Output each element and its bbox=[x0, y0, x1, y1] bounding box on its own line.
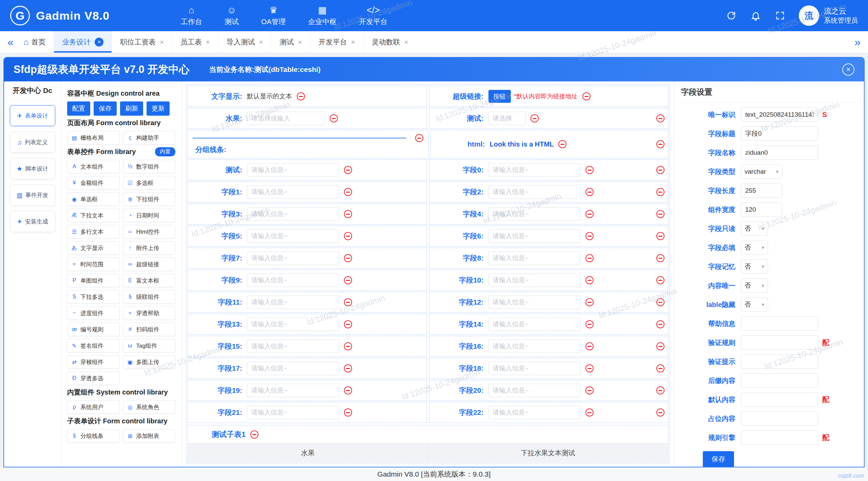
form-field[interactable]: 字段9: bbox=[188, 270, 427, 291]
remove-field-icon[interactable] bbox=[585, 232, 594, 240]
builtin-badge[interactable]: 内置 bbox=[155, 147, 175, 156]
form-field[interactable]: 字段7: bbox=[188, 248, 427, 269]
form-field[interactable]: 字段0: bbox=[429, 159, 669, 180]
form-field[interactable]: 测试: bbox=[188, 159, 427, 180]
user-menu[interactable]: 流 流之云 系统管理员 bbox=[799, 5, 858, 26]
tab-home[interactable]: ⌂ 首页 bbox=[24, 37, 46, 47]
remove-field-icon[interactable] bbox=[531, 114, 539, 122]
field-input[interactable] bbox=[488, 207, 581, 221]
tab-close-icon[interactable]: × bbox=[351, 39, 355, 45]
sidebar-item[interactable]: ☀ 安装生成 bbox=[10, 211, 55, 232]
component-item[interactable]: ▣ 多图上传 bbox=[123, 355, 176, 369]
settings-input[interactable] bbox=[741, 203, 782, 217]
remove-row-icon[interactable] bbox=[656, 364, 664, 372]
settings-select[interactable]: varchar ▾ bbox=[741, 165, 782, 179]
remove-row-icon[interactable] bbox=[656, 386, 664, 395]
remove-row-icon[interactable] bbox=[656, 276, 664, 284]
config-badge[interactable]: 配 bbox=[822, 395, 829, 404]
component-item[interactable]: ☑ 多选框 bbox=[123, 176, 176, 190]
remove-field-icon[interactable] bbox=[344, 342, 352, 350]
remove-field-icon[interactable] bbox=[344, 386, 352, 395]
config-badge[interactable]: 配 bbox=[822, 433, 829, 442]
config-badge[interactable]: S bbox=[822, 111, 827, 119]
toolbar-button[interactable]: 刷新 bbox=[120, 101, 143, 116]
remove-row-icon[interactable] bbox=[656, 210, 664, 218]
settings-input[interactable] bbox=[741, 335, 818, 350]
component-item[interactable]: E 富文本框 bbox=[123, 274, 176, 287]
remove-row-icon[interactable] bbox=[656, 298, 664, 306]
component-item[interactable]: # 扫码组件 bbox=[123, 323, 176, 336]
remove-row-icon[interactable] bbox=[656, 166, 664, 174]
component-item[interactable]: あ 文字显示 bbox=[67, 241, 120, 255]
toolbar-button[interactable]: 配置 bbox=[67, 101, 90, 116]
remove-field-icon[interactable] bbox=[558, 140, 566, 148]
field-input[interactable] bbox=[247, 273, 339, 287]
remove-field-icon[interactable] bbox=[415, 134, 423, 142]
component-item[interactable]: ◔ 日期时间 bbox=[123, 209, 176, 222]
component-item[interactable]: ‹› Html控件 bbox=[123, 225, 176, 238]
remove-field-icon[interactable] bbox=[344, 276, 352, 284]
test-select[interactable]: 请选择 bbox=[488, 112, 526, 125]
component-item[interactable]: Æ 下拉文本 bbox=[67, 209, 120, 222]
remove-field-icon[interactable] bbox=[344, 254, 352, 262]
field-input[interactable] bbox=[247, 318, 339, 331]
component-item[interactable]: ω Tag组件 bbox=[123, 339, 176, 352]
form-field[interactable]: 字段15: bbox=[188, 336, 427, 357]
tab-close-icon[interactable]: × bbox=[95, 38, 103, 46]
topnav-item[interactable]: </> 开发平台 bbox=[359, 5, 387, 26]
field-input[interactable] bbox=[247, 362, 339, 375]
superlink-button[interactable]: 按钮 bbox=[488, 90, 511, 103]
remove-field-icon[interactable] bbox=[585, 210, 594, 218]
sidebar-item[interactable]: ✈ 表单设计 bbox=[10, 105, 55, 126]
remove-row-icon[interactable] bbox=[656, 408, 664, 417]
settings-input[interactable] bbox=[741, 108, 818, 122]
topnav-item[interactable]: ▦ 企业中枢 bbox=[308, 5, 336, 26]
tab[interactable]: 测试 × bbox=[271, 31, 310, 53]
component-item[interactable]: ☰ 多行文本 bbox=[67, 225, 120, 238]
form-field[interactable]: 字段10: bbox=[429, 270, 669, 291]
settings-select[interactable]: 否 ▾ bbox=[741, 297, 768, 312]
remove-field-icon[interactable] bbox=[585, 276, 594, 284]
component-item[interactable]: P 单图组件 bbox=[67, 274, 120, 287]
remove-field-icon[interactable] bbox=[585, 342, 594, 350]
remove-field-icon[interactable] bbox=[585, 298, 594, 306]
form-field[interactable]: 字段13: bbox=[188, 314, 427, 335]
component-item[interactable]: ¥ 金额组件 bbox=[67, 176, 120, 190]
tabs-scroll-left-icon[interactable]: « bbox=[7, 37, 14, 47]
form-field[interactable]: 字段19: bbox=[188, 380, 427, 401]
settings-input[interactable] bbox=[741, 354, 818, 369]
component-item[interactable]: S 下拉多选 bbox=[67, 290, 120, 304]
test-select-field[interactable]: 测试: 请选择 bbox=[429, 108, 669, 129]
remove-field-icon[interactable] bbox=[330, 114, 338, 122]
settings-input[interactable] bbox=[741, 146, 818, 160]
settings-input[interactable] bbox=[741, 184, 782, 198]
remove-field-icon[interactable] bbox=[297, 92, 305, 100]
form-field[interactable]: 字段22: bbox=[429, 402, 669, 423]
tab[interactable]: 员工表 × bbox=[172, 31, 218, 53]
tab[interactable]: 灵动数联 × bbox=[363, 31, 417, 53]
settings-select[interactable]: 否 ▾ bbox=[741, 240, 768, 255]
tab[interactable]: 开发平台 × bbox=[310, 31, 363, 53]
save-button[interactable]: 保存 bbox=[703, 451, 734, 467]
settings-input[interactable] bbox=[741, 430, 818, 445]
remove-field-icon[interactable] bbox=[344, 188, 352, 196]
field-input[interactable] bbox=[247, 229, 339, 243]
remove-row-icon[interactable] bbox=[656, 342, 664, 350]
field-input[interactable] bbox=[488, 362, 581, 375]
fruit-select-field[interactable]: 水果: 请选择或输入 bbox=[188, 108, 427, 129]
settings-input[interactable] bbox=[741, 392, 818, 407]
tabs-scroll-right-icon[interactable]: » bbox=[854, 37, 861, 47]
settings-input[interactable] bbox=[741, 316, 818, 331]
form-field[interactable]: 字段16: bbox=[429, 336, 669, 357]
component-item[interactable]: ½ 数字组件 bbox=[123, 160, 176, 173]
component-item[interactable]: ς 构建助手 bbox=[123, 131, 176, 145]
tab-close-icon[interactable]: × bbox=[259, 39, 263, 45]
groupline-field[interactable]: 分组线条: bbox=[188, 130, 428, 158]
refresh-icon[interactable] bbox=[726, 10, 737, 21]
config-badge[interactable]: 配 bbox=[822, 338, 829, 347]
remove-field-icon[interactable] bbox=[585, 364, 594, 372]
toolbar-button[interactable]: 更新 bbox=[147, 101, 170, 116]
superlink-field[interactable]: 超级链接: 按钮 *默认内容即为链接地址 bbox=[429, 86, 669, 107]
remove-field-icon[interactable] bbox=[344, 298, 352, 306]
component-item[interactable]: ~ 进度组件 bbox=[67, 306, 120, 320]
